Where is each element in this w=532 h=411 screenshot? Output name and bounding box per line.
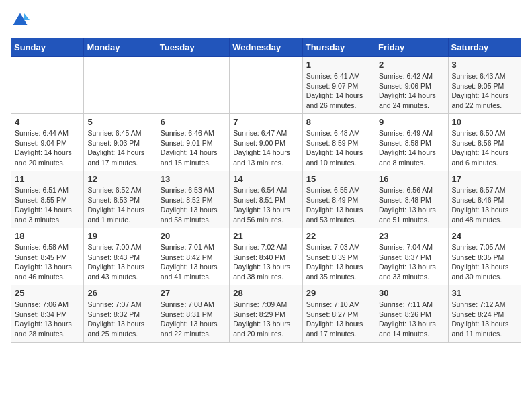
day-cell — [157, 57, 229, 114]
day-number: 8 — [306, 117, 371, 127]
day-info: Sunrise: 6:49 AM Sunset: 8:58 PM Dayligh… — [379, 128, 444, 168]
header — [11, 11, 521, 30]
header-wednesday: Wednesday — [230, 38, 302, 57]
week-row-4: 18Sunrise: 6:58 AM Sunset: 8:45 PM Dayli… — [11, 228, 521, 285]
day-number: 25 — [15, 288, 80, 298]
day-info: Sunrise: 6:52 AM Sunset: 8:53 PM Dayligh… — [87, 185, 152, 225]
day-cell: 8Sunrise: 6:48 AM Sunset: 8:59 PM Daylig… — [302, 114, 375, 171]
day-cell — [11, 57, 84, 114]
day-cell: 1Sunrise: 6:41 AM Sunset: 9:07 PM Daylig… — [302, 57, 375, 114]
day-cell — [230, 57, 302, 114]
header-friday: Friday — [375, 38, 448, 57]
day-info: Sunrise: 7:10 AM Sunset: 8:27 PM Dayligh… — [306, 300, 371, 339]
day-cell: 23Sunrise: 7:04 AM Sunset: 8:37 PM Dayli… — [375, 228, 448, 285]
day-cell: 26Sunrise: 7:07 AM Sunset: 8:32 PM Dayli… — [84, 285, 157, 342]
week-row-1: 1Sunrise: 6:41 AM Sunset: 9:07 PM Daylig… — [11, 57, 521, 114]
day-number: 30 — [379, 288, 444, 298]
day-cell: 14Sunrise: 6:54 AM Sunset: 8:51 PM Dayli… — [230, 171, 302, 228]
day-info: Sunrise: 7:07 AM Sunset: 8:32 PM Dayligh… — [87, 300, 152, 339]
day-number: 5 — [87, 117, 152, 127]
day-number: 28 — [233, 288, 298, 298]
day-info: Sunrise: 7:03 AM Sunset: 8:39 PM Dayligh… — [306, 242, 371, 282]
calendar-table: SundayMondayTuesdayWednesdayThursdayFrid… — [11, 38, 521, 342]
day-info: Sunrise: 6:54 AM Sunset: 8:51 PM Dayligh… — [233, 185, 298, 225]
day-info: Sunrise: 7:05 AM Sunset: 8:35 PM Dayligh… — [452, 242, 517, 282]
header-monday: Monday — [84, 38, 157, 57]
day-number: 6 — [161, 117, 226, 127]
day-cell: 2Sunrise: 6:42 AM Sunset: 9:06 PM Daylig… — [375, 57, 448, 114]
day-number: 17 — [452, 174, 517, 184]
day-number: 21 — [233, 231, 298, 241]
day-number: 26 — [87, 288, 152, 298]
day-number: 31 — [452, 288, 517, 298]
day-cell: 5Sunrise: 6:45 AM Sunset: 9:03 PM Daylig… — [84, 114, 157, 171]
day-cell: 10Sunrise: 6:50 AM Sunset: 8:56 PM Dayli… — [448, 114, 521, 171]
day-number: 15 — [306, 174, 371, 184]
day-cell: 19Sunrise: 7:00 AM Sunset: 8:43 PM Dayli… — [84, 228, 157, 285]
day-cell: 25Sunrise: 7:06 AM Sunset: 8:34 PM Dayli… — [11, 285, 84, 342]
day-cell: 16Sunrise: 6:56 AM Sunset: 8:48 PM Dayli… — [375, 171, 448, 228]
day-info: Sunrise: 6:47 AM Sunset: 9:00 PM Dayligh… — [233, 128, 298, 168]
day-number: 29 — [306, 288, 371, 298]
day-number: 3 — [452, 60, 517, 70]
day-number: 9 — [379, 117, 444, 127]
day-number: 24 — [452, 231, 517, 241]
day-cell: 9Sunrise: 6:49 AM Sunset: 8:58 PM Daylig… — [375, 114, 448, 171]
day-number: 16 — [379, 174, 444, 184]
day-info: Sunrise: 6:46 AM Sunset: 9:01 PM Dayligh… — [161, 128, 226, 168]
day-cell: 18Sunrise: 6:58 AM Sunset: 8:45 PM Dayli… — [11, 228, 84, 285]
day-info: Sunrise: 6:55 AM Sunset: 8:49 PM Dayligh… — [306, 185, 371, 225]
day-number: 23 — [379, 231, 444, 241]
day-info: Sunrise: 7:04 AM Sunset: 8:37 PM Dayligh… — [379, 242, 444, 282]
day-number: 1 — [306, 60, 371, 70]
day-cell: 21Sunrise: 7:02 AM Sunset: 8:40 PM Dayli… — [230, 228, 302, 285]
day-number: 14 — [233, 174, 298, 184]
day-info: Sunrise: 6:58 AM Sunset: 8:45 PM Dayligh… — [15, 242, 80, 282]
header-saturday: Saturday — [448, 38, 521, 57]
day-info: Sunrise: 6:43 AM Sunset: 9:05 PM Dayligh… — [452, 71, 517, 111]
day-number: 20 — [161, 231, 226, 241]
day-cell: 6Sunrise: 6:46 AM Sunset: 9:01 PM Daylig… — [157, 114, 229, 171]
svg-marker-1 — [24, 13, 30, 21]
day-number: 19 — [87, 231, 152, 241]
day-info: Sunrise: 6:51 AM Sunset: 8:55 PM Dayligh… — [15, 185, 80, 225]
day-cell: 20Sunrise: 7:01 AM Sunset: 8:42 PM Dayli… — [157, 228, 229, 285]
header-sunday: Sunday — [11, 38, 84, 57]
day-cell: 4Sunrise: 6:44 AM Sunset: 9:04 PM Daylig… — [11, 114, 84, 171]
day-info: Sunrise: 7:11 AM Sunset: 8:26 PM Dayligh… — [379, 300, 444, 339]
day-cell — [84, 57, 157, 114]
day-number: 10 — [452, 117, 517, 127]
day-info: Sunrise: 7:02 AM Sunset: 8:40 PM Dayligh… — [233, 242, 298, 282]
day-info: Sunrise: 6:41 AM Sunset: 9:07 PM Dayligh… — [306, 71, 371, 111]
day-info: Sunrise: 7:06 AM Sunset: 8:34 PM Dayligh… — [15, 300, 80, 339]
day-cell: 17Sunrise: 6:57 AM Sunset: 8:46 PM Dayli… — [448, 171, 521, 228]
day-cell: 13Sunrise: 6:53 AM Sunset: 8:52 PM Dayli… — [157, 171, 229, 228]
header-row: SundayMondayTuesdayWednesdayThursdayFrid… — [11, 38, 521, 57]
day-cell: 15Sunrise: 6:55 AM Sunset: 8:49 PM Dayli… — [302, 171, 375, 228]
day-cell: 28Sunrise: 7:09 AM Sunset: 8:29 PM Dayli… — [230, 285, 302, 342]
day-info: Sunrise: 6:50 AM Sunset: 8:56 PM Dayligh… — [452, 128, 517, 168]
day-cell: 12Sunrise: 6:52 AM Sunset: 8:53 PM Dayli… — [84, 171, 157, 228]
header-thursday: Thursday — [302, 38, 375, 57]
day-number: 7 — [233, 117, 298, 127]
day-info: Sunrise: 6:42 AM Sunset: 9:06 PM Dayligh… — [379, 71, 444, 111]
day-info: Sunrise: 7:00 AM Sunset: 8:43 PM Dayligh… — [87, 242, 152, 282]
week-row-5: 25Sunrise: 7:06 AM Sunset: 8:34 PM Dayli… — [11, 285, 521, 342]
day-cell: 24Sunrise: 7:05 AM Sunset: 8:35 PM Dayli… — [448, 228, 521, 285]
day-info: Sunrise: 6:53 AM Sunset: 8:52 PM Dayligh… — [161, 185, 226, 225]
day-number: 11 — [15, 174, 80, 184]
day-cell: 30Sunrise: 7:11 AM Sunset: 8:26 PM Dayli… — [375, 285, 448, 342]
week-row-2: 4Sunrise: 6:44 AM Sunset: 9:04 PM Daylig… — [11, 114, 521, 171]
day-info: Sunrise: 6:45 AM Sunset: 9:03 PM Dayligh… — [87, 128, 152, 168]
day-number: 12 — [87, 174, 152, 184]
day-number: 2 — [379, 60, 444, 70]
header-tuesday: Tuesday — [157, 38, 229, 57]
day-number: 4 — [15, 117, 80, 127]
day-cell: 27Sunrise: 7:08 AM Sunset: 8:31 PM Dayli… — [157, 285, 229, 342]
week-row-3: 11Sunrise: 6:51 AM Sunset: 8:55 PM Dayli… — [11, 171, 521, 228]
day-cell: 7Sunrise: 6:47 AM Sunset: 9:00 PM Daylig… — [230, 114, 302, 171]
day-info: Sunrise: 6:57 AM Sunset: 8:46 PM Dayligh… — [452, 185, 517, 225]
day-cell: 22Sunrise: 7:03 AM Sunset: 8:39 PM Dayli… — [302, 228, 375, 285]
day-cell: 11Sunrise: 6:51 AM Sunset: 8:55 PM Dayli… — [11, 171, 84, 228]
day-info: Sunrise: 6:44 AM Sunset: 9:04 PM Dayligh… — [15, 128, 80, 168]
